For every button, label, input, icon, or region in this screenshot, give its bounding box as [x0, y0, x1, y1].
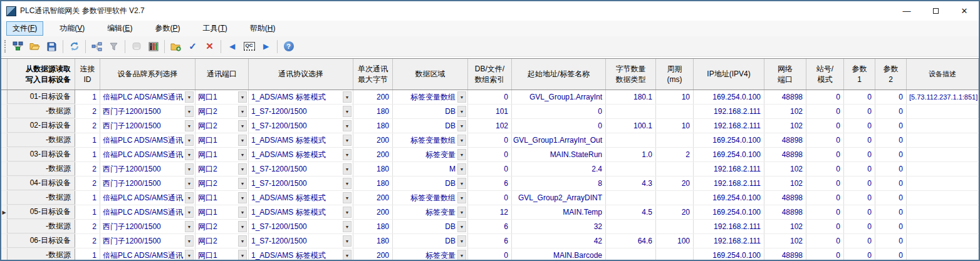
combo-arrow-icon[interactable]: ▼ — [457, 120, 466, 131]
grid-cell-address[interactable]: 0 — [512, 119, 606, 133]
grid-cell-data_area[interactable]: DB▼ — [393, 220, 468, 233]
combo-arrow-icon[interactable]: ▼ — [238, 91, 247, 103]
column-header-db_index[interactable]: DB/文件/数组索引 — [468, 59, 512, 90]
column-header-brand[interactable]: 设备品牌系列选择 — [100, 59, 195, 90]
menu-item-function[interactable]: 功能(V) — [53, 21, 91, 36]
combo-arrow-icon[interactable]: ▼ — [185, 250, 194, 260]
grid-cell-data_area[interactable]: 标签变量▼ — [393, 148, 468, 161]
grid-cell-cycle[interactable]: 10 — [656, 90, 694, 104]
grid-cell-db_index[interactable]: 101 — [468, 105, 512, 118]
grid-cell-port[interactable]: 网口1▼ — [195, 191, 249, 205]
combo-arrow-icon[interactable]: ▼ — [343, 149, 352, 160]
grid-cell-ip[interactable]: 192.168.2.111 — [694, 234, 764, 248]
combo-arrow-icon[interactable]: ▼ — [343, 207, 352, 218]
grid-cell-byte_type[interactable]: 180.1 — [606, 90, 656, 104]
grid-cell-max_bytes[interactable]: 180 — [353, 105, 393, 118]
grid-cell-port[interactable]: 网口2▼ — [195, 162, 249, 176]
grid-cell-station[interactable]: 0 — [806, 177, 844, 190]
grid-cell-param2[interactable]: 0 — [875, 148, 907, 161]
column-header-rowhdr[interactable]: 从数据源读取写入目标设备 — [8, 59, 75, 90]
combo-arrow-icon[interactable]: ▼ — [185, 235, 194, 247]
row-header-cell[interactable]: 02-目标设备 — [8, 119, 75, 133]
toolbar-grip[interactable] — [4, 40, 7, 53]
grid-cell-param2[interactable]: 0 — [875, 133, 907, 147]
combo-arrow-icon[interactable]: ▼ — [457, 149, 466, 160]
grid-cell-param1[interactable]: 0 — [844, 162, 875, 176]
grid-cell-brand[interactable]: 西门子1200/1500▼ — [100, 220, 195, 233]
grid-cell-byte_type[interactable]: 100.1 — [606, 119, 656, 133]
grid-cell-desc[interactable]: [5.73.112.237.1.1:851] — [907, 90, 979, 104]
grid-cell-max_bytes[interactable]: 200 — [353, 148, 393, 161]
grid-cell-param2[interactable]: 0 — [875, 248, 907, 260]
grid-cell-net_port[interactable]: 102 — [764, 105, 806, 118]
help-button[interactable]: ? — [281, 39, 296, 54]
grid-cell-param2[interactable]: 0 — [875, 105, 907, 118]
grid-cell-cycle[interactable]: 2 — [656, 148, 694, 161]
grid-cell-brand[interactable]: 西门子1200/1500▼ — [100, 105, 195, 118]
combo-arrow-icon[interactable]: ▼ — [343, 178, 352, 189]
grid-cell-address[interactable]: 32 — [512, 220, 606, 233]
grid-cell-protocol[interactable]: 1_ADS/AMS 标签模式▼ — [249, 148, 353, 161]
row-header-cell[interactable]: 03-目标设备 — [8, 148, 75, 161]
grid-cell-protocol[interactable]: 1_ADS/AMS 标签模式▼ — [249, 205, 353, 219]
close-button[interactable]: ✕ — [950, 1, 979, 21]
grid-cell-desc[interactable] — [907, 177, 979, 190]
grid-cell-ip[interactable]: 192.168.2.111 — [694, 119, 764, 133]
grid-cell-param2[interactable]: 0 — [875, 90, 907, 104]
column-header-net_port[interactable]: 网络端口 — [764, 59, 806, 90]
combo-arrow-icon[interactable]: ▼ — [185, 192, 194, 203]
grid-cell-byte_type[interactable] — [606, 191, 656, 205]
grid-cell-station[interactable]: 0 — [806, 162, 844, 176]
grid-cell-data_area[interactable]: M▼ — [393, 162, 468, 176]
grid-cell-protocol[interactable]: 1_S7-1200/1500▼ — [249, 234, 353, 248]
row-header-cell[interactable]: -数据源 — [8, 133, 75, 147]
grid-cell-conn_id[interactable]: 2 — [75, 162, 100, 176]
grid-cell-db_index[interactable]: 6 — [468, 220, 512, 233]
column-header-data_area[interactable]: 数据区域 — [393, 59, 468, 90]
grid-cell-station[interactable]: 0 — [806, 191, 844, 205]
grid-cell-param2[interactable]: 0 — [875, 191, 907, 205]
grid-cell-ip[interactable]: 192.168.2.111 — [694, 162, 764, 176]
combo-arrow-icon[interactable]: ▼ — [343, 106, 352, 117]
grid-cell-cycle[interactable] — [656, 133, 694, 147]
grid-cell-conn_id[interactable]: 2 — [75, 177, 100, 190]
grid-cell-param1[interactable]: 0 — [844, 148, 875, 161]
grid-cell-db_index[interactable]: 102 — [468, 119, 512, 133]
column-header-cycle[interactable]: 周期(ms) — [656, 59, 694, 90]
grid-cell-byte_type[interactable] — [606, 162, 656, 176]
grid-cell-net_port[interactable]: 102 — [764, 234, 806, 248]
combo-arrow-icon[interactable]: ▼ — [343, 120, 352, 131]
apply-button[interactable]: ✓ — [185, 39, 201, 54]
combo-arrow-icon[interactable]: ▼ — [343, 221, 352, 232]
grid-cell-brand[interactable]: 西门子1200/1500▼ — [100, 162, 195, 176]
menu-item-edit[interactable]: 编辑(E) — [101, 21, 138, 36]
combo-arrow-icon[interactable]: ▼ — [343, 91, 352, 103]
grid-cell-db_index[interactable]: 12 — [468, 205, 512, 219]
row-indicator-cell[interactable] — [1, 133, 8, 147]
combo-arrow-icon[interactable]: ▼ — [343, 235, 352, 247]
column-header-param2[interactable]: 参数2 — [875, 59, 907, 90]
add-folder-button[interactable] — [168, 39, 184, 54]
grid-cell-data_area[interactable]: 标签变量▼ — [393, 205, 468, 219]
grid-cell-param1[interactable]: 0 — [844, 133, 875, 147]
grid-cell-data_area[interactable]: 标签变量▼ — [393, 248, 468, 260]
refresh-button[interactable] — [66, 39, 82, 54]
grid-cell-ip[interactable]: 192.168.2.111 — [694, 177, 764, 190]
grid-cell-param2[interactable]: 0 — [875, 234, 907, 248]
data-table-button[interactable] — [145, 39, 161, 54]
grid-cell-param2[interactable]: 0 — [875, 177, 907, 190]
grid-cell-protocol[interactable]: 1_S7-1200/1500▼ — [249, 177, 353, 190]
grid-cell-station[interactable]: 0 — [806, 148, 844, 161]
grid-cell-ip[interactable]: 169.254.0.100 — [694, 205, 764, 219]
grid-cell-address[interactable]: MAIN.StateRun — [512, 148, 606, 161]
grid-cell-address[interactable]: GVL_Group2_ArrayDINT — [512, 191, 606, 205]
grid-cell-brand[interactable]: 西门子1200/1500▼ — [100, 177, 195, 190]
grid-cell-data_area[interactable]: 标签变量数组▼ — [393, 133, 468, 147]
combo-arrow-icon[interactable]: ▼ — [343, 250, 352, 260]
grid-cell-net_port[interactable]: 102 — [764, 162, 806, 176]
combo-arrow-icon[interactable]: ▼ — [343, 192, 352, 203]
grid-cell-protocol[interactable]: 1_S7-1200/1500▼ — [249, 220, 353, 233]
row-indicator-cell[interactable] — [1, 234, 8, 248]
grid-cell-net_port[interactable]: 48898 — [764, 248, 806, 260]
row-header-cell[interactable]: -数据源 — [8, 162, 75, 176]
